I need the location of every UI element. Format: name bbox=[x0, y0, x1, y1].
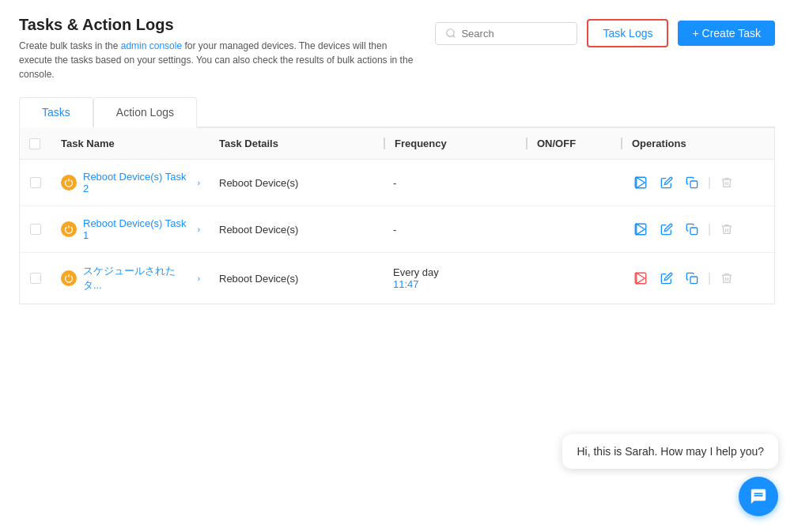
th-operations: Operations bbox=[621, 138, 774, 149]
table-row: Reboot Device(s) Task 2 › Reboot Device(… bbox=[20, 160, 774, 206]
row2-toggle-cell bbox=[526, 224, 621, 236]
task-name-cell: Reboot Device(s) Task 2 › bbox=[61, 171, 200, 194]
admin-console-link[interactable]: admin console bbox=[121, 40, 182, 51]
tab-tasks[interactable]: Tasks bbox=[19, 97, 93, 128]
row3-edit-button[interactable] bbox=[657, 269, 676, 288]
table-header: Task Name Task Details Frequency ON/OFF … bbox=[20, 128, 774, 160]
row1-details: Reboot Device(s) bbox=[210, 177, 384, 189]
row3-delete-button[interactable] bbox=[717, 269, 736, 288]
th-checkbox bbox=[20, 138, 51, 149]
row2-arrow-icon: › bbox=[198, 225, 200, 234]
search-box bbox=[435, 22, 577, 45]
power-icon bbox=[61, 221, 77, 237]
row1-delete-button[interactable] bbox=[717, 173, 736, 192]
row2-name-cell: Reboot Device(s) Task 1 › bbox=[51, 217, 210, 241]
page-title: Tasks & Action Logs bbox=[19, 16, 414, 34]
row3-task-name[interactable]: スケジュールされたタ... bbox=[83, 264, 190, 292]
page-wrapper: Tasks & Action Logs Create bulk tasks in… bbox=[0, 0, 794, 320]
row3-ops-cell: | bbox=[621, 268, 774, 289]
row1-ops-cell: | bbox=[621, 172, 774, 193]
row1-toggle-cell bbox=[526, 177, 621, 189]
task-name-cell: Reboot Device(s) Task 1 › bbox=[61, 217, 200, 241]
header-left: Tasks & Action Logs Create bulk tasks in… bbox=[19, 16, 414, 81]
row3-arrow-icon: › bbox=[198, 274, 200, 283]
svg-rect-5 bbox=[690, 228, 698, 235]
page-header: Tasks & Action Logs Create bulk tasks in… bbox=[19, 16, 775, 81]
row1-copy-button[interactable] bbox=[682, 173, 701, 192]
row3-copy-button[interactable] bbox=[682, 269, 701, 288]
row2-run-button[interactable] bbox=[630, 219, 651, 240]
table-row: スケジュールされたタ... › Reboot Device(s) Every d… bbox=[20, 253, 774, 304]
row3-checkbox[interactable] bbox=[30, 273, 41, 284]
row1-checkbox[interactable] bbox=[30, 177, 41, 188]
row3-name-cell: スケジュールされたタ... › bbox=[51, 264, 210, 292]
row3-run-button[interactable] bbox=[630, 268, 651, 289]
header-checkbox[interactable] bbox=[29, 138, 40, 149]
search-icon bbox=[445, 28, 456, 39]
row2-checkbox-cell bbox=[20, 224, 51, 235]
row2-ops-cell: | bbox=[621, 219, 774, 240]
row2-copy-button[interactable] bbox=[682, 220, 701, 239]
row2-delete-button[interactable] bbox=[717, 220, 736, 239]
svg-line-1 bbox=[453, 36, 456, 38]
row2-checkbox[interactable] bbox=[30, 224, 41, 235]
row1-arrow-icon: › bbox=[198, 179, 200, 187]
th-task-name: Task Name bbox=[51, 138, 210, 149]
row1-task-name[interactable]: Reboot Device(s) Task 2 bbox=[83, 171, 190, 194]
row2-details: Reboot Device(s) bbox=[210, 224, 384, 236]
task-logs-button[interactable]: Task Logs bbox=[587, 19, 668, 47]
row3-separator: | bbox=[708, 271, 711, 285]
row2-edit-button[interactable] bbox=[657, 220, 676, 239]
row3-details: Reboot Device(s) bbox=[210, 273, 384, 285]
row1-run-button[interactable] bbox=[630, 172, 651, 193]
row1-checkbox-cell bbox=[20, 177, 51, 188]
row3-checkbox-cell bbox=[20, 273, 51, 284]
power-icon bbox=[61, 270, 77, 286]
row2-frequency: - bbox=[384, 224, 526, 236]
table-container: Task Name Task Details Frequency ON/OFF … bbox=[19, 128, 775, 304]
row1-edit-button[interactable] bbox=[657, 173, 676, 192]
page-description: Create bulk tasks in the admin console f… bbox=[19, 39, 414, 81]
row1-separator: | bbox=[708, 175, 711, 190]
th-onoff: ON/OFF bbox=[526, 138, 621, 149]
table-row: Reboot Device(s) Task 1 › Reboot Device(… bbox=[20, 206, 774, 253]
row1-frequency: - bbox=[384, 177, 526, 189]
th-task-details: Task Details bbox=[210, 138, 384, 149]
search-input[interactable] bbox=[461, 28, 567, 40]
svg-rect-7 bbox=[690, 277, 698, 284]
row3-frequency-time: 11:47 bbox=[393, 278, 516, 290]
header-right: Task Logs + Create Task bbox=[435, 19, 775, 47]
svg-rect-3 bbox=[690, 181, 698, 188]
th-frequency: Frequency bbox=[384, 138, 526, 149]
tab-action-logs[interactable]: Action Logs bbox=[93, 97, 197, 128]
row3-frequency-cell: Every day 11:47 bbox=[384, 266, 526, 290]
row3-frequency-label: Every day bbox=[393, 266, 516, 278]
svg-point-0 bbox=[447, 29, 454, 36]
row3-toggle-cell bbox=[526, 273, 621, 285]
create-task-button[interactable]: + Create Task bbox=[678, 21, 775, 46]
tabs: Tasks Action Logs bbox=[19, 97, 775, 128]
row1-name-cell: Reboot Device(s) Task 2 › bbox=[51, 171, 210, 194]
row2-task-name[interactable]: Reboot Device(s) Task 1 bbox=[83, 217, 190, 241]
task-name-cell: スケジュールされたタ... › bbox=[61, 264, 200, 292]
row2-separator: | bbox=[708, 222, 711, 236]
power-icon bbox=[61, 175, 77, 191]
